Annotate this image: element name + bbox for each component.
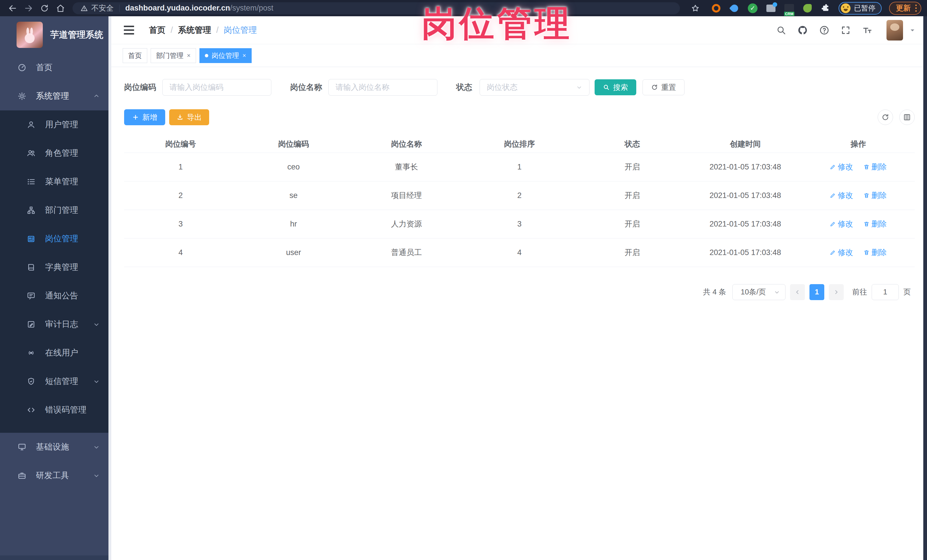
edit-link[interactable]: 修改 [830, 219, 853, 229]
edit-link[interactable]: 修改 [830, 247, 853, 258]
close-icon[interactable]: × [187, 53, 191, 59]
font-size-icon[interactable] [862, 26, 873, 35]
browser-back-button[interactable] [5, 2, 21, 15]
extension-grid-icon[interactable] [766, 3, 777, 14]
edit-link[interactable]: 修改 [830, 162, 853, 172]
export-button[interactable]: 导出 [169, 109, 209, 125]
search-icon[interactable] [777, 26, 786, 35]
edit-icon [830, 221, 836, 227]
add-button[interactable]: 新增 [124, 109, 165, 125]
edit-icon [830, 192, 836, 199]
column-settings-button[interactable] [899, 109, 915, 125]
sidebar-item-departments[interactable]: 部门管理 [0, 196, 111, 225]
caret-down-icon[interactable] [909, 27, 916, 33]
post-code-input[interactable] [169, 83, 264, 92]
breadcrumb-system[interactable]: 系统管理 [178, 24, 211, 36]
chevron-down-icon [93, 321, 100, 328]
search-button[interactable]: 搜索 [594, 79, 636, 95]
table-row: 4 user 普通员工 4 开启 2021-01-05 17:03:48 修改 … [124, 238, 915, 267]
col-created: 创建时间 [689, 135, 802, 153]
user-icon [27, 120, 35, 129]
extension-leaf-icon[interactable] [802, 3, 813, 14]
extension-check-icon[interactable]: ✓ [747, 3, 758, 14]
window-scrollbar[interactable] [923, 16, 927, 560]
github-icon[interactable] [798, 25, 808, 35]
post-name-input[interactable] [336, 83, 430, 92]
prev-page-button[interactable] [790, 284, 805, 300]
browser-update-button[interactable]: 更新 [889, 2, 921, 15]
refresh-icon [881, 113, 889, 121]
sidebar-item-roles[interactable]: 角色管理 [0, 139, 111, 167]
sidebar-item-infrastructure[interactable]: 基础设施 [0, 433, 111, 461]
extension-pin-icon[interactable] [729, 3, 740, 14]
profile-emoji-avatar [841, 3, 851, 13]
sidebar-item-dictionary[interactable]: 字典管理 [0, 253, 111, 282]
table-row: 1 ceo 董事长 1 开启 2021-01-05 17:03:48 修改 删除 [124, 153, 915, 181]
extensions-puzzle-button[interactable] [820, 3, 831, 14]
status-select[interactable]: 岗位状态 [480, 79, 590, 96]
user-avatar[interactable] [886, 20, 903, 41]
delete-link[interactable]: 删除 [863, 219, 887, 229]
chevron-down-icon [93, 378, 100, 385]
fullscreen-icon[interactable] [841, 26, 851, 35]
post-name-field[interactable] [328, 79, 438, 96]
tab-posts-active[interactable]: 岗位管理 × [199, 48, 252, 63]
reset-button[interactable]: 重置 [643, 79, 684, 95]
delete-link[interactable]: 删除 [863, 190, 887, 200]
sidebar-toggle-button[interactable] [123, 24, 135, 36]
next-page-button[interactable] [829, 284, 844, 300]
sidebar-scrollbar[interactable] [108, 16, 111, 560]
sidebar-item-users[interactable]: 用户管理 [0, 111, 111, 139]
page-number-1[interactable]: 1 [810, 284, 824, 300]
sidebar-item-system[interactable]: 系统管理 [0, 82, 111, 111]
status-text: 开启 [576, 238, 689, 267]
help-icon[interactable] [819, 25, 830, 35]
puzzle-icon [821, 4, 830, 13]
browser-forward-button[interactable] [21, 2, 36, 15]
chevron-down-icon [576, 84, 582, 90]
sidebar-item-error-codes[interactable]: 错误码管理 [0, 396, 111, 424]
breadcrumb-home[interactable]: 首页 [149, 24, 166, 36]
navbar-tools [777, 20, 916, 41]
security-status[interactable]: 不安全 [81, 3, 114, 13]
tab-home[interactable]: 首页 [123, 48, 147, 63]
table-row: 2 se 项目经理 2 开启 2021-01-05 17:03:48 修改 删除 [124, 181, 915, 210]
edit-icon [830, 249, 836, 256]
browser-menu-icon[interactable] [915, 5, 917, 12]
table-toolbar: 新增 导出 [124, 109, 915, 125]
sidebar-item-notices[interactable]: 通知公告 [0, 282, 111, 310]
delete-link[interactable]: 删除 [863, 162, 887, 172]
sidebar-item-menus[interactable]: 菜单管理 [0, 167, 111, 196]
sidebar-item-home[interactable]: 首页 [0, 53, 111, 82]
status-text: 开启 [576, 153, 689, 181]
edit-link[interactable]: 修改 [830, 190, 853, 200]
sidebar-item-sms[interactable]: 短信管理 [0, 367, 111, 396]
browser-home-button[interactable] [53, 2, 68, 15]
sidebar-item-dev-tools[interactable]: 研发工具 [0, 461, 111, 490]
refresh-table-button[interactable] [878, 109, 893, 125]
sidebar-item-posts[interactable]: 岗位管理 [0, 225, 111, 253]
browser-reload-button[interactable] [36, 2, 53, 15]
extension-orange-icon[interactable] [711, 3, 722, 14]
extension-crm-icon[interactable]: CRM [784, 3, 795, 14]
profile-paused-chip[interactable]: 已暂停 [839, 2, 881, 15]
sidebar-item-audit-log[interactable]: 审计日志 [0, 310, 111, 338]
close-icon[interactable]: × [243, 53, 246, 59]
address-bar[interactable]: 不安全 dashboard.yudao.iocoder.cn /system/p… [73, 2, 680, 14]
rabbit-icon [21, 27, 39, 45]
app-title: 芋道管理系统 [50, 29, 103, 41]
bookmark-star-button[interactable] [687, 2, 703, 15]
col-post-code: 岗位编码 [237, 135, 350, 153]
sidebar-item-online-users[interactable]: 在线用户 [0, 338, 111, 367]
id-badge-icon [27, 235, 35, 243]
goto-page-input[interactable] [872, 284, 899, 300]
chevron-left-icon [794, 289, 801, 295]
post-code-field[interactable] [163, 79, 271, 96]
post-code-label: 岗位编码 [124, 82, 156, 93]
posts-table: 岗位编号 岗位编码 岗位名称 岗位排序 状态 创建时间 操作 1 ceo [124, 135, 915, 267]
sidebar-bottom-edge [0, 555, 111, 560]
tab-departments[interactable]: 部门管理 × [150, 48, 196, 63]
post-name-label: 岗位名称 [290, 82, 322, 93]
delete-link[interactable]: 删除 [863, 247, 887, 258]
page-size-select[interactable]: 10条/页 [732, 284, 786, 300]
